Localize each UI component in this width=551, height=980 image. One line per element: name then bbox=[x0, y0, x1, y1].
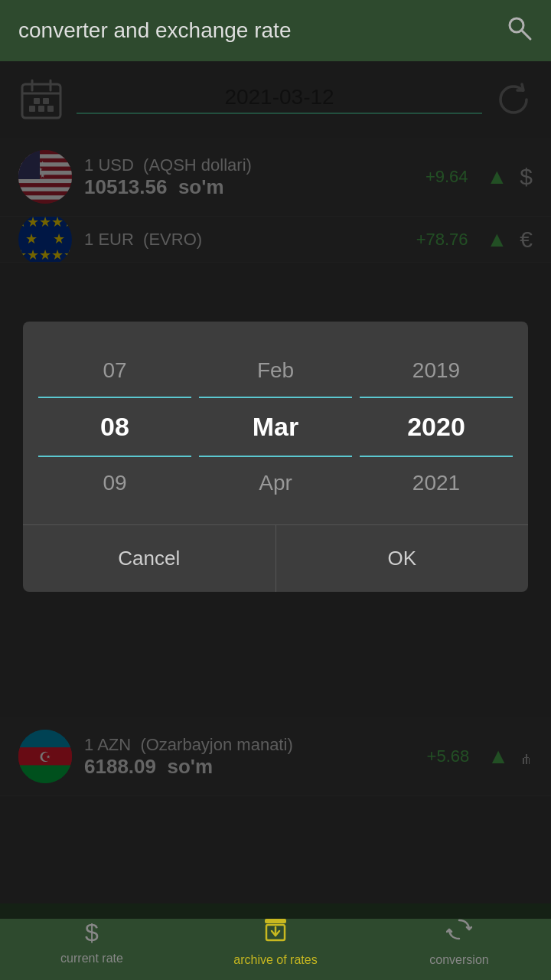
app-header: converter and exchange rate bbox=[0, 0, 551, 61]
picker-month-column[interactable]: Feb Mar Apr bbox=[199, 345, 352, 509]
ok-button[interactable]: OK bbox=[276, 525, 529, 592]
nav-item-conversion[interactable]: conversion bbox=[367, 916, 551, 967]
nav-item-current-rate[interactable]: $ current rate bbox=[0, 919, 184, 965]
nav-icon-archive bbox=[262, 916, 289, 949]
nav-icon-conversion bbox=[446, 916, 472, 949]
picker-day-selected[interactable]: 08 bbox=[38, 398, 191, 456]
picker-day-after[interactable]: 09 bbox=[38, 457, 191, 509]
nav-label-conversion: conversion bbox=[429, 953, 488, 967]
nav-label-archive: archive of rates bbox=[233, 953, 317, 967]
picker-buttons: Cancel OK bbox=[23, 524, 528, 592]
main-content: ★★★★★★ ★★★★★ ★★★★★★ 1 USD (AQSH dollari)… bbox=[0, 61, 551, 919]
picker-year-column[interactable]: 2019 2020 2021 bbox=[360, 345, 513, 509]
picker-year-after[interactable]: 2021 bbox=[360, 457, 513, 509]
app-title: converter and exchange rate bbox=[18, 18, 291, 43]
nav-item-archive[interactable]: archive of rates bbox=[184, 916, 367, 967]
cancel-button[interactable]: Cancel bbox=[23, 525, 276, 592]
picker-month-after[interactable]: Apr bbox=[199, 457, 352, 509]
svg-line-1 bbox=[522, 31, 530, 39]
picker-year-before[interactable]: 2019 bbox=[360, 345, 513, 397]
picker-day-before[interactable]: 07 bbox=[38, 345, 191, 397]
date-picker-dialog: 07 08 09 Feb Mar Apr 2019 2020 2021 bbox=[23, 322, 528, 592]
picker-columns: 07 08 09 Feb Mar Apr 2019 2020 2021 bbox=[23, 322, 528, 524]
nav-label-current-rate: current rate bbox=[60, 952, 123, 965]
nav-icon-current-rate: $ bbox=[85, 919, 99, 947]
search-icon[interactable] bbox=[505, 14, 533, 47]
svg-rect-28 bbox=[265, 919, 286, 923]
picker-day-column[interactable]: 07 08 09 bbox=[38, 345, 191, 509]
picker-year-selected[interactable]: 2020 bbox=[360, 398, 513, 456]
picker-month-before[interactable]: Feb bbox=[199, 345, 352, 397]
picker-month-selected[interactable]: Mar bbox=[199, 398, 352, 456]
